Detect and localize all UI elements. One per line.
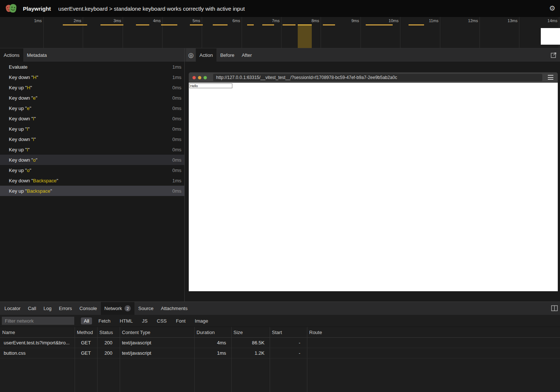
action-duration: 0ms [172, 168, 181, 173]
action-duration: 0ms [172, 157, 181, 163]
tab-call[interactable]: Call [24, 302, 40, 315]
action-duration: 0ms [172, 126, 181, 132]
action-key-value: H [27, 85, 30, 90]
cell-status: 200 [97, 350, 120, 356]
tab-metadata[interactable]: Metadata [23, 48, 51, 62]
tab-source[interactable]: Source [134, 302, 157, 315]
timeline-action-tick [247, 24, 254, 25]
action-duration: 0ms [172, 116, 181, 121]
timeline-marker-label: 8ms [311, 18, 319, 23]
filter-chip-image[interactable]: Image [192, 317, 211, 324]
action-row[interactable]: Key down "H"1ms [0, 72, 184, 82]
tab-log[interactable]: Log [40, 302, 55, 315]
network-table: NameMethodStatusContent TypeDurationSize… [0, 327, 560, 392]
timeline-gridline [123, 17, 123, 48]
timeline-action-tick [63, 24, 87, 25]
action-duration: 0ms [172, 95, 181, 101]
action-duration: 0ms [172, 106, 181, 111]
column-header-size: Size [231, 330, 270, 335]
timeline-action-tick [213, 24, 228, 25]
open-external-icon[interactable] [550, 52, 557, 58]
action-row[interactable]: Key up "H"0ms [0, 82, 184, 93]
column-header-name: Name [0, 330, 75, 335]
action-row[interactable]: Key down "o"0ms [0, 155, 184, 165]
action-row[interactable]: Key down "l"0ms [0, 134, 184, 144]
action-key-value: e [27, 106, 30, 111]
action-row[interactable]: Key up "l"0ms [0, 124, 184, 134]
action-row[interactable]: Key down "e"0ms [0, 93, 184, 103]
bottom-tabs-slot: LocatorCallLogErrorsConsoleNetwork2Sourc… [1, 302, 191, 315]
action-row[interactable]: Key up "e"0ms [0, 103, 184, 113]
network-filter-row: AllFetchHTMLJSCSSFontImage [0, 315, 560, 327]
timeline-marker-label: 1ms [34, 18, 42, 23]
timeline-gridline [202, 17, 202, 48]
action-label: Key down [9, 157, 30, 163]
column-header-status: Status [97, 330, 120, 335]
filter-network-input[interactable] [2, 317, 74, 325]
cell-status: 200 [97, 340, 120, 345]
split-view-icon[interactable] [551, 305, 558, 311]
browser-frame: http://127.0.0.1:63315/__vitest_test__/?… [189, 72, 558, 291]
app-header: Playwright userEvent.keyboard > standalo… [0, 0, 560, 17]
action-key-value: e [33, 95, 35, 101]
action-key-value: Backspace [33, 178, 57, 183]
network-request-row[interactable]: button.cssGET200text/javascript1ms1.2K- [0, 348, 560, 358]
tab-console[interactable]: Console [76, 302, 101, 315]
settings-gear-icon[interactable]: ⚙ [548, 4, 556, 13]
action-label: Key up [9, 85, 24, 90]
snapshot-view: http://127.0.0.1:63315/__vitest_test__/?… [185, 62, 560, 302]
address-bar: http://127.0.0.1:63315/__vitest_test__/?… [213, 74, 542, 81]
pick-locator-icon[interactable]: ◎ [186, 48, 196, 62]
timeline-selected-range[interactable] [298, 25, 312, 48]
snapshot-tabs-slot: ActionBeforeAfter [196, 48, 256, 62]
timeline-marker-label: 7ms [272, 18, 280, 23]
filter-chip-js[interactable]: JS [139, 317, 150, 324]
filter-chip-font[interactable]: Font [173, 317, 188, 324]
action-key-value: o [27, 168, 30, 173]
tab-before[interactable]: Before [216, 48, 238, 62]
action-label: Key down [9, 178, 30, 183]
cell-content-type: text/javascript [120, 350, 194, 356]
playwright-logo-icon [5, 3, 17, 14]
action-row[interactable]: Key up "o"0ms [0, 165, 184, 175]
action-row[interactable]: Key down "Backspace"1ms [0, 175, 184, 186]
timeline[interactable]: 1ms2ms3ms4ms5ms6ms7ms8ms9ms10ms11ms12ms1… [0, 17, 560, 48]
timeline-marker-label: 3ms [113, 18, 121, 23]
tab-locator[interactable]: Locator [1, 302, 24, 315]
action-row[interactable]: Key up "Backspace"0ms [0, 186, 184, 196]
action-duration: 0ms [172, 188, 181, 194]
filter-chip-all[interactable]: All [81, 317, 92, 324]
tab-attachments[interactable]: Attachments [157, 302, 191, 315]
page-snapshot [189, 83, 558, 291]
table-column-divider [307, 327, 307, 392]
timeline-gridline [281, 17, 281, 48]
tab-errors[interactable]: Errors [55, 302, 75, 315]
hamburger-menu-icon[interactable] [548, 75, 553, 80]
action-row[interactable]: Key up "l"0ms [0, 144, 184, 155]
tab-network[interactable]: Network2 [101, 302, 135, 315]
page-text-input[interactable] [189, 83, 232, 88]
tab-after[interactable]: After [238, 48, 255, 62]
action-row[interactable]: Key down "l"0ms [0, 113, 184, 124]
timeline-action-tick [409, 24, 424, 25]
timeline-marker-label: 9ms [351, 18, 359, 23]
action-duration: 1ms [172, 75, 181, 80]
action-key-value: H [33, 75, 36, 80]
action-duration: 1ms [172, 178, 181, 183]
filter-chip-css[interactable]: CSS [154, 317, 170, 324]
network-request-row[interactable]: userEvent.test.ts?import&bro...GET200tex… [0, 338, 560, 348]
cell-method: GET [75, 350, 97, 356]
network-table-header: NameMethodStatusContent TypeDurationSize… [0, 327, 560, 338]
action-row[interactable]: Evaluate1ms [0, 62, 184, 72]
timeline-action-tick [190, 24, 203, 25]
timeline-marker-label: 13ms [508, 18, 518, 23]
filter-chip-html[interactable]: HTML [117, 317, 136, 324]
table-column-divider [270, 327, 270, 392]
table-column-divider [120, 327, 120, 392]
main-area: ActionsMetadata Evaluate1msKey down "H"1… [0, 48, 560, 302]
column-header-method: Method [75, 330, 97, 335]
network-count-badge: 2 [124, 305, 131, 312]
tab-actions[interactable]: Actions [0, 48, 23, 62]
filter-chip-fetch[interactable]: Fetch [95, 317, 113, 324]
tab-action[interactable]: Action [196, 48, 216, 62]
